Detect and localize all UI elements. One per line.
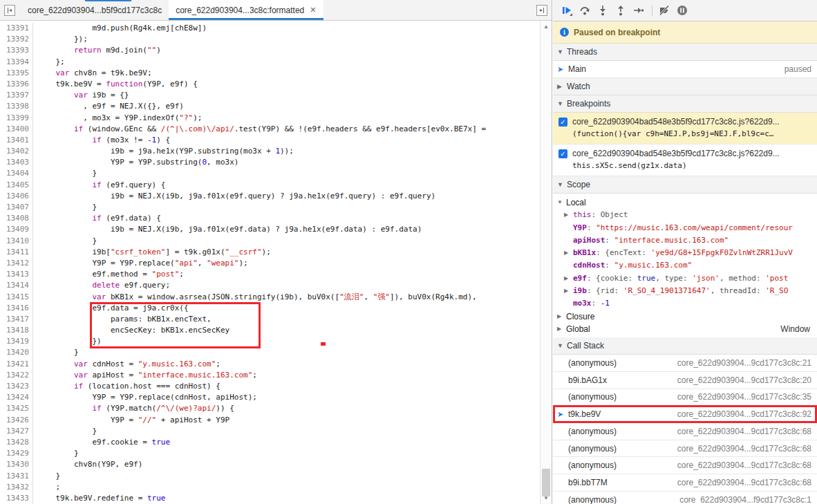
code-line-content[interactable]: }	[37, 203, 97, 212]
code-line-content[interactable]: if (window.GEnc && /(^|\.com)\/api/.test…	[37, 124, 486, 133]
code-line-content[interactable]: }	[37, 427, 97, 436]
code-line-content[interactable]: t9k.be9V.redefine = true	[37, 494, 165, 503]
line-number[interactable]: 13412	[0, 258, 33, 269]
scope-row[interactable]: ▶this: Object	[553, 209, 817, 221]
call-stack-frame[interactable]: (anonymous)core_622d903904...9cd177c3c8c…	[553, 457, 817, 474]
scope-row[interactable]: ▼Local	[553, 196, 817, 209]
chevron-right-icon[interactable]: ▶	[557, 310, 566, 323]
code-line-content[interactable]: , mo3x = Y9P.indexOf("?");	[37, 113, 202, 122]
line-number[interactable]: 13426	[0, 415, 33, 426]
code-line-content[interactable]: Y9P = Y9P.replace(cdnHost, apiHost);	[37, 393, 257, 402]
code-line-content[interactable]: var cdnHost = "y.music.163.com";	[37, 360, 220, 368]
chevron-down-icon[interactable]: ▼	[557, 196, 566, 209]
call-stack-frame[interactable]: (anonymous)core_622d903904...9cd177c3c8c…	[553, 389, 817, 407]
line-number[interactable]: 13399	[0, 113, 33, 124]
code-line-content[interactable]: i9b = NEJ.X(i9b, j9a.f01x(e9f.query) ? j…	[37, 192, 435, 200]
code-line-content[interactable]: chv8n(Y9P, e9f)	[37, 460, 142, 469]
line-number[interactable]: 13418	[0, 325, 33, 336]
scope-row[interactable]: ▶GlobalWindow	[553, 323, 817, 335]
step-over-icon[interactable]	[576, 3, 593, 18]
line-number[interactable]: 13396	[0, 79, 33, 90]
code-line-content[interactable]: if (mo3x != -1) {	[37, 136, 170, 144]
code-line-content[interactable]: if (Y9P.match(/^\/(we)?api/)) {	[37, 404, 234, 413]
code-line-content[interactable]: m9d.push(Rg4k.emj[chE8w])	[37, 24, 207, 32]
chevron-right-icon[interactable]: ▶	[564, 285, 573, 297]
line-number[interactable]: 13425	[0, 403, 33, 414]
scope-row[interactable]: ▶e9f: {cookie: true, type: 'json', metho…	[553, 272, 817, 285]
scope-row[interactable]: mo3x: -1	[553, 297, 817, 310]
step-icon[interactable]	[630, 3, 647, 18]
line-number[interactable]: 13409	[0, 224, 33, 235]
section-header-call-stack[interactable]: ▼ Call Stack	[553, 337, 817, 355]
call-stack-frame[interactable]: b9i.bbT7Mcore_622d903904...9cd177c3c8c:6…	[553, 474, 817, 492]
chevron-right-icon[interactable]: ▶	[564, 272, 573, 285]
call-stack-frame[interactable]: ➤t9k.be9Vcore_622d903904...9cd177c3c8c:9…	[553, 406, 817, 423]
code-line-content[interactable]: Y9P = Y9P.substring(0, mo3x)	[37, 158, 238, 167]
code-line-content[interactable]: , e9f = NEJ.X({}, e9f)	[37, 102, 184, 111]
code-line-content[interactable]: t9k.be9V = function(Y9P, e9f) {	[37, 80, 198, 88]
scroll-up-arrow-icon[interactable]: ▲	[541, 24, 552, 30]
section-header-breakpoints[interactable]: ▼ Breakpoints	[553, 95, 817, 113]
line-number[interactable]: 13421	[0, 359, 33, 370]
code-line-content[interactable]: }	[37, 449, 79, 458]
code-line-content[interactable]: };	[37, 57, 65, 66]
code-line-content[interactable]: ;	[37, 483, 60, 492]
code-line-content[interactable]: Y9P = Y9P.replace("api", "weapi");	[37, 259, 248, 268]
section-header-scope[interactable]: ▼ Scope	[553, 176, 817, 194]
tab-source-file-formatted[interactable]: core_622d903904...3c8c:formatted ✕	[169, 0, 323, 20]
breakpoint-checkbox[interactable]: ✓	[558, 149, 567, 158]
line-number[interactable]: 13416	[0, 303, 33, 314]
close-tab-icon[interactable]: ✕	[310, 6, 316, 15]
line-number[interactable]: 13398	[0, 101, 33, 112]
line-number[interactable]: 13408	[0, 213, 33, 224]
chevron-right-icon[interactable]: ▶	[564, 247, 573, 259]
line-number[interactable]: 13431	[0, 471, 33, 482]
code-line-content[interactable]: }	[37, 348, 79, 357]
call-stack-frame[interactable]: (anonymous)core_622d903904...9cd177c3c8c…	[553, 440, 817, 458]
code-line-content[interactable]: return m9d.join("")	[37, 46, 161, 55]
scope-row[interactable]: ▶bKB1x: {encText: 'ye9d/G8+15FpgkF0ZvlnW…	[553, 247, 817, 259]
panel-expand-right-icon[interactable]: ▸	[536, 5, 547, 16]
line-number[interactable]: 13404	[0, 168, 33, 179]
code-line-content[interactable]: if (e9f.data) {	[37, 214, 161, 223]
code-line-content[interactable]: delete e9f.query;	[37, 281, 170, 290]
line-number[interactable]: 13407	[0, 202, 33, 213]
line-number[interactable]: 13417	[0, 314, 33, 325]
line-number[interactable]: 13433	[0, 493, 33, 504]
code-line-content[interactable]: }	[37, 236, 97, 245]
line-number[interactable]: 13393	[0, 45, 33, 56]
breakpoint-entry[interactable]: ✓core_622d903904bad548e3b5f9cd177c3c8c.j…	[553, 113, 817, 144]
line-number[interactable]: 13422	[0, 370, 33, 381]
code-line-content[interactable]: var apiHost = "interface.music.163.com";	[37, 371, 257, 380]
editor-vertical-scrollbar[interactable]: ▲ ▼	[540, 21, 552, 504]
line-number[interactable]: 13428	[0, 437, 33, 448]
line-number[interactable]: 13415	[0, 292, 33, 303]
code-line-content[interactable]: Y9P = "//" + apiHost + Y9P	[37, 416, 229, 424]
code-line-content[interactable]: if (location.host === cdnHost) {	[37, 382, 220, 391]
line-number[interactable]: 13410	[0, 236, 33, 247]
code-editor[interactable]: 13391 m9d.push(Rg4k.emj[chE8w])13392 });…	[0, 21, 552, 504]
code-line-content[interactable]: var i9b = {}	[37, 91, 129, 100]
scope-row[interactable]: ▶Closure	[553, 310, 817, 323]
code-line-content[interactable]: e9f.method = "post";	[37, 270, 184, 279]
section-header-watch[interactable]: ▶ Watch	[553, 78, 817, 95]
resume-icon[interactable]	[558, 3, 575, 18]
step-out-icon[interactable]	[612, 3, 629, 18]
line-number[interactable]: 13414	[0, 280, 33, 291]
code-line-content[interactable]: if (e9f.query) {	[37, 180, 165, 189]
line-number[interactable]: 13419	[0, 336, 33, 347]
line-number[interactable]: 13427	[0, 426, 33, 437]
line-number[interactable]: 13395	[0, 68, 33, 79]
line-number[interactable]: 13424	[0, 392, 33, 403]
breakpoint-entry[interactable]: ✓core_622d903904bad548e3b5f9cd177c3c8c.j…	[553, 144, 817, 176]
line-number[interactable]: 13394	[0, 57, 33, 68]
line-number[interactable]: 13420	[0, 347, 33, 358]
scope-row[interactable]: apiHost: "interface.music.163.com"	[553, 234, 817, 247]
line-number[interactable]: 13429	[0, 448, 33, 459]
line-number[interactable]: 13405	[0, 180, 33, 191]
code-line-content[interactable]: var bKB1x = window.asrsea(JSON.stringify…	[37, 292, 477, 301]
line-number[interactable]: 13403	[0, 157, 33, 168]
code-line-content[interactable]: }	[37, 169, 97, 178]
tab-source-file[interactable]: core_622d903904...b5f9cd177c3c8c	[21, 0, 169, 20]
pause-on-exceptions-icon[interactable]	[674, 3, 691, 18]
